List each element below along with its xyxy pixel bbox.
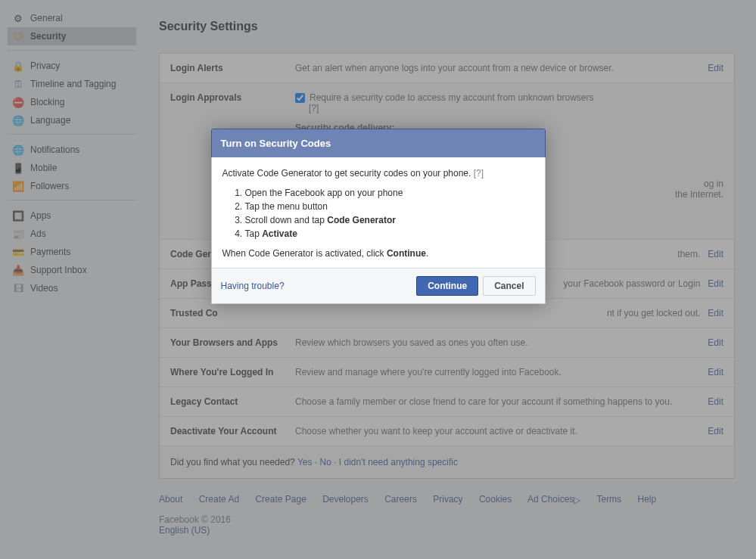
continue-button[interactable]: Continue [416, 276, 478, 296]
modal-step: Open the Facebook app on your phone [245, 186, 534, 200]
modal-overlay[interactable]: Turn on Security Codes Activate Code Gen… [0, 0, 756, 559]
help-link[interactable]: [?] [474, 168, 484, 179]
modal-title: Turn on Security Codes [211, 129, 546, 157]
modal-intro: Activate Code Generator to get security … [222, 168, 471, 179]
modal-body: Activate Code Generator to get security … [211, 157, 546, 268]
modal-outro: When Code Generator is activated, click … [222, 248, 534, 259]
modal-footer: Having trouble? Continue Cancel [211, 268, 546, 304]
cancel-button[interactable]: Cancel [483, 276, 535, 296]
modal-step: Scroll down and tap Code Generator [245, 213, 534, 227]
security-codes-modal: Turn on Security Codes Activate Code Gen… [211, 129, 546, 304]
having-trouble-link[interactable]: Having trouble? [221, 281, 412, 291]
modal-steps: Open the Facebook app on your phone Tap … [245, 186, 534, 241]
modal-step: Tap Activate [245, 227, 534, 241]
modal-step: Tap the menu button [245, 200, 534, 213]
